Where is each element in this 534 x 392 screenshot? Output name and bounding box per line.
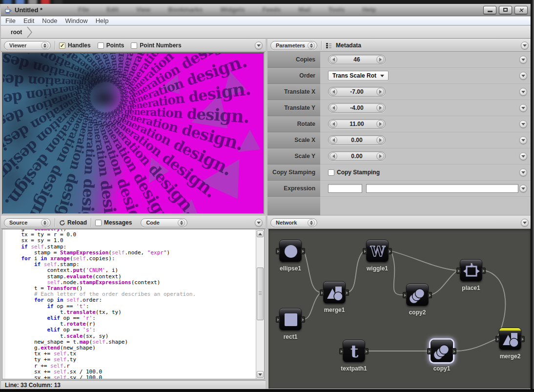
increment-button[interactable]	[376, 104, 384, 112]
network-canvas[interactable]: ellipse1Wwiggle1merge1copy2place1rect1tt…	[268, 229, 531, 389]
node-place1[interactable]	[460, 259, 482, 282]
param-row-menu-button[interactable]	[519, 136, 527, 144]
decrement-button[interactable]	[329, 104, 337, 112]
node-copy1[interactable]	[431, 340, 453, 362]
edge-rect1-to-merge1[interactable]	[304, 292, 321, 319]
dropdown-order[interactable]: Trans Scale Rot	[328, 71, 389, 81]
code-scrollbar[interactable]	[256, 229, 264, 379]
param-row-menu-button[interactable]	[519, 120, 527, 128]
node-copy2[interactable]	[406, 284, 429, 306]
viewer-canvas[interactable]: This is generation design.This is genera…	[2, 52, 265, 214]
decrement-button[interactable]	[329, 152, 337, 160]
increment-button[interactable]	[376, 56, 384, 63]
parameters-pane-menu-button[interactable]	[521, 41, 529, 49]
close-button[interactable]: ×	[514, 6, 528, 14]
parameters-pane: Parameters Metadata Copies46OrderTrans S…	[267, 39, 532, 215]
menu-item-file[interactable]: File	[5, 17, 16, 24]
output-port[interactable]	[364, 348, 369, 354]
decrement-button[interactable]	[329, 88, 337, 96]
output-port[interactable]	[428, 292, 432, 298]
param-row-menu-button[interactable]	[519, 168, 527, 176]
decrement-button[interactable]	[329, 120, 337, 128]
minimize-button[interactable]	[483, 6, 496, 14]
ghost-menu-item-feeds: Feeds	[263, 6, 281, 13]
source-pane-menu-button[interactable]	[255, 219, 263, 227]
edge-wiggle1-to-copy2[interactable]	[391, 251, 404, 295]
maximize-button[interactable]	[499, 6, 512, 14]
param-row-menu-button[interactable]	[519, 88, 527, 96]
expression-name-input[interactable]	[328, 184, 362, 193]
param-row-menu-button[interactable]	[519, 185, 527, 192]
code-selector[interactable]: Code	[141, 218, 187, 227]
spinner-copies[interactable]: 46	[328, 55, 386, 64]
param-row-menu-button[interactable]	[519, 72, 527, 80]
edge-wiggle1-to-place1[interactable]	[391, 251, 457, 270]
output-port[interactable]	[301, 248, 305, 254]
menu-item-edit[interactable]: Edit	[23, 17, 34, 24]
param-checkbox-copy-stamping[interactable]: Copy Stamping	[328, 169, 380, 176]
node-rect1[interactable]	[279, 308, 302, 330]
menu-item-window[interactable]: Window	[65, 17, 87, 24]
network-pane-menu-button[interactable]	[521, 219, 529, 227]
breadcrumb-root[interactable]: root	[11, 29, 22, 36]
expression-value-input[interactable]	[366, 184, 518, 193]
background-taskbar	[0, 0, 534, 4]
input-port[interactable]	[427, 348, 431, 354]
param-row-menu-button[interactable]	[519, 104, 527, 112]
input-port[interactable]	[403, 292, 407, 298]
node-merge1[interactable]	[323, 281, 346, 304]
param-row-menu-button[interactable]	[519, 152, 527, 160]
output-port[interactable]	[345, 289, 349, 296]
code-editor[interactable]: g = Geometry() tx = ty = r = 0.0 sx = sy…	[2, 229, 265, 379]
spinner-rotate[interactable]: 11.00	[328, 119, 386, 129]
pane-selector-arrows-icon	[308, 42, 315, 49]
param-row-menu-button[interactable]	[519, 56, 527, 63]
decrement-button[interactable]	[329, 56, 337, 63]
spinner-scale-y[interactable]: 0.00	[328, 151, 386, 161]
scroll-up-button[interactable]	[257, 230, 264, 237]
input-port[interactable]	[276, 248, 280, 254]
spinner-translate-x[interactable]: -7.00	[328, 87, 386, 97]
increment-button[interactable]	[376, 136, 384, 144]
source-pane-selector[interactable]: Source	[4, 218, 51, 227]
scroll-down-button[interactable]	[257, 371, 264, 378]
tab-metadata[interactable]: Metadata	[336, 42, 361, 49]
node-label-ellipse1: ellipse1	[268, 265, 312, 272]
output-port[interactable]	[520, 336, 525, 342]
parameters-pane-selector[interactable]: Parameters	[270, 41, 317, 50]
node-ellipse1[interactable]	[279, 240, 302, 262]
viewer-checkbox-points[interactable]: Points	[98, 42, 124, 49]
decrement-button[interactable]	[329, 136, 337, 144]
output-port[interactable]	[301, 316, 305, 323]
input-port[interactable]	[456, 268, 461, 274]
edge-copy1-to-merge2[interactable]	[455, 339, 496, 351]
reload-button[interactable]: Reload	[59, 219, 87, 226]
network-pane-selector[interactable]: Network	[270, 218, 317, 227]
increment-button[interactable]	[376, 152, 384, 160]
messages-checkbox[interactable]: Messages	[95, 219, 132, 226]
viewer-checkbox-point-numbers[interactable]: Point Numbers	[131, 42, 181, 49]
input-port[interactable]	[276, 316, 280, 323]
titlebar[interactable]: Untitled * FileEditViewBookmarksWidgetsF…	[1, 4, 531, 16]
node-merge2[interactable]	[499, 328, 521, 350]
input-port[interactable]	[339, 348, 344, 354]
spinner-scale-x[interactable]: 0.00	[328, 135, 386, 145]
input-port[interactable]	[495, 336, 500, 342]
scrollbar-thumb[interactable]	[257, 268, 264, 320]
node-wiggle1[interactable]: W	[366, 240, 389, 262]
output-port[interactable]	[481, 268, 486, 274]
viewer-pane-selector[interactable]: Viewer	[4, 41, 51, 50]
viewer-pane-menu-button[interactable]	[255, 41, 263, 49]
input-port[interactable]	[320, 289, 324, 296]
viewer-checkbox-handles[interactable]: ✓Handles	[59, 42, 91, 49]
code-text[interactable]: g = Geometry() tx = ty = r = 0.0 sx = sy…	[8, 229, 256, 379]
increment-button[interactable]	[376, 120, 384, 128]
spinner-translate-y[interactable]: -4.00	[328, 103, 386, 113]
output-port[interactable]	[452, 348, 456, 354]
input-port[interactable]	[363, 248, 367, 254]
menu-item-node[interactable]: Node	[42, 17, 57, 24]
menu-item-help[interactable]: Help	[96, 17, 109, 24]
increment-button[interactable]	[376, 88, 384, 96]
node-textpath1[interactable]: t	[343, 340, 365, 362]
output-port[interactable]	[388, 248, 392, 254]
